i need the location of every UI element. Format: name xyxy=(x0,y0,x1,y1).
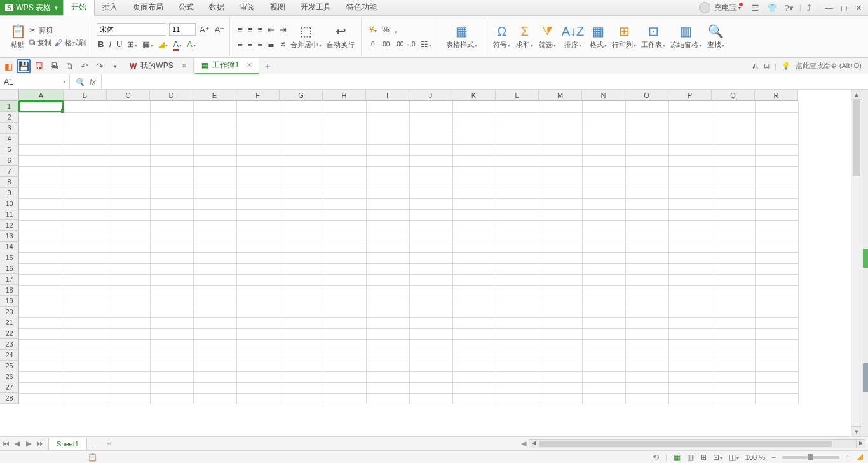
phonetic-button[interactable]: A̤▾ xyxy=(186,38,197,50)
view-reading-icon[interactable]: ⊡▾ xyxy=(713,453,722,462)
row-header-25[interactable]: 25 xyxy=(0,361,19,371)
doctab-add-icon[interactable]: ＋ xyxy=(261,59,275,73)
sheet-tab-sheet1[interactable]: Sheet1 xyxy=(48,438,87,450)
decimal-dec-icon[interactable]: .00→.0 xyxy=(393,39,416,49)
maximize-icon[interactable]: ◻ xyxy=(839,3,850,13)
italic-button[interactable]: I xyxy=(107,38,112,50)
row-header-28[interactable]: 28 xyxy=(0,393,19,404)
worksheet-button[interactable]: ⊡工作表▾ xyxy=(639,22,668,51)
horizontal-scrollbar[interactable]: ◀ ▶ xyxy=(529,439,865,448)
menu-tab-insert[interactable]: 插入 xyxy=(95,0,125,15)
row-header-26[interactable]: 26 xyxy=(0,371,19,382)
find-button[interactable]: 🔍查找▾ xyxy=(704,22,727,51)
sheet-nav-last-icon[interactable]: ⏭ xyxy=(34,439,46,448)
col-header-J[interactable]: J xyxy=(409,90,452,101)
col-header-Q[interactable]: Q xyxy=(712,90,755,101)
row-header-23[interactable]: 23 xyxy=(0,339,19,350)
doctab-close-icon[interactable]: ✕ xyxy=(181,62,187,70)
sheet-nav-prev-icon[interactable]: ◀ xyxy=(11,439,23,448)
vscroll-thumb[interactable] xyxy=(853,100,860,176)
view-pagelayout-icon[interactable]: ▥ xyxy=(687,453,694,462)
row-header-13[interactable]: 13 xyxy=(0,231,19,242)
select-all-corner[interactable] xyxy=(0,90,19,101)
shirt-icon[interactable]: 👕 xyxy=(765,3,779,13)
symbol-button[interactable]: Ω符号▾ xyxy=(491,23,513,51)
zoom-slider[interactable] xyxy=(782,456,839,459)
col-header-I[interactable]: I xyxy=(366,90,409,101)
col-header-E[interactable]: E xyxy=(193,90,236,101)
view-fullscreen-icon[interactable]: ◫▾ xyxy=(729,453,739,462)
row-header-3[interactable]: 3 xyxy=(0,123,19,134)
increase-font-icon[interactable]: A⁺ xyxy=(198,24,211,36)
row-header-15[interactable]: 15 xyxy=(0,252,19,263)
doctab-workbook1[interactable]: ▤ 工作簿1 ✕ xyxy=(195,58,260,74)
toolbar-collapse-icon[interactable]: ⮙ xyxy=(752,62,759,70)
formula-input[interactable] xyxy=(102,74,868,89)
filter-button[interactable]: ⧩筛选▾ xyxy=(536,23,559,51)
copy-button[interactable]: ⧉复制 xyxy=(29,38,51,48)
skin-icon[interactable]: ☲ xyxy=(750,3,761,13)
scroll-up-icon[interactable]: ▲ xyxy=(851,90,862,100)
sheet-nav-next-icon[interactable]: ▶ xyxy=(23,439,34,448)
row-header-18[interactable]: 18 xyxy=(0,285,19,296)
col-header-F[interactable]: F xyxy=(236,90,280,101)
align-bottom-icon[interactable]: ≡ xyxy=(257,24,264,36)
wrap-text-button[interactable]: ↩自动换行 xyxy=(324,22,357,51)
help-icon[interactable]: ?▾ xyxy=(783,3,796,13)
sheet-add-icon[interactable]: ＋ xyxy=(105,439,112,448)
zoom-level[interactable]: 100 % xyxy=(745,453,765,461)
row-header-16[interactable]: 16 xyxy=(0,263,19,274)
row-header-14[interactable]: 14 xyxy=(0,242,19,252)
row-header-10[interactable]: 10 xyxy=(0,198,19,209)
number-format-icon[interactable]: ☷▾ xyxy=(419,38,433,50)
row-header-8[interactable]: 8 xyxy=(0,177,19,188)
cut-button[interactable]: ✂剪切 xyxy=(29,25,86,35)
fx-icon[interactable]: fx xyxy=(90,78,95,86)
sum-button[interactable]: Σ求和▾ xyxy=(513,23,536,51)
qa-print-icon[interactable]: 🖶 xyxy=(47,59,61,73)
qa-saveas-icon[interactable]: 🖫 xyxy=(32,59,46,73)
status-refresh-icon[interactable]: ⟲ xyxy=(653,453,659,462)
format-painter-button[interactable]: 🖌格式刷 xyxy=(54,38,86,48)
view-pagebreak-icon[interactable]: ⊞ xyxy=(700,453,707,462)
align-justify-icon[interactable]: ≣ xyxy=(266,38,276,50)
align-top-icon[interactable]: ≡ xyxy=(236,24,244,36)
side-marker-gray[interactable] xyxy=(863,363,868,392)
col-header-B[interactable]: B xyxy=(64,90,107,101)
menu-tab-special[interactable]: 特色功能 xyxy=(339,0,384,15)
qa-preview-icon[interactable]: 🗎 xyxy=(62,59,76,73)
menu-tab-review[interactable]: 审阅 xyxy=(232,0,262,15)
name-box[interactable]: A1 ▾ xyxy=(0,74,70,89)
row-header-6[interactable]: 6 xyxy=(0,155,19,166)
row-header-21[interactable]: 21 xyxy=(0,317,19,328)
comma-icon[interactable]: , xyxy=(393,24,398,36)
app-badge[interactable]: S WPS 表格 ▾ xyxy=(0,0,63,15)
indent-dec-icon[interactable]: ⇤ xyxy=(266,24,276,36)
cell-style-button[interactable]: ▦▾ xyxy=(141,38,154,50)
row-header-12[interactable]: 12 xyxy=(0,220,19,231)
avatar-icon[interactable] xyxy=(699,2,710,13)
row-header-5[interactable]: 5 xyxy=(0,144,19,155)
col-header-C[interactable]: C xyxy=(107,90,150,101)
qa-save-icon[interactable]: 💾 xyxy=(17,59,31,73)
scroll-down-icon[interactable]: ▼ xyxy=(851,426,862,436)
vertical-scrollbar[interactable]: ▲ ▼ xyxy=(851,90,862,436)
col-header-M[interactable]: M xyxy=(539,90,582,101)
align-left-icon[interactable]: ≡ xyxy=(236,38,244,50)
zoom-out-icon[interactable]: − xyxy=(771,453,776,462)
font-size-input[interactable] xyxy=(169,23,196,36)
close-icon[interactable]: ✕ xyxy=(853,3,864,13)
menu-tab-start[interactable]: 开始 xyxy=(63,0,95,16)
freeze-panes-button[interactable]: ▥冻结窗格▾ xyxy=(668,22,704,51)
fill-color-button[interactable]: ◢▾ xyxy=(157,38,169,50)
col-header-O[interactable]: O xyxy=(625,90,668,101)
sheet-tabs-more-icon[interactable]: ⋯ xyxy=(87,439,105,448)
cells[interactable] xyxy=(19,101,851,436)
minimize-icon[interactable]: — xyxy=(823,3,835,13)
table-style-button[interactable]: ▦表格样式▾ xyxy=(444,22,480,51)
merge-center-button[interactable]: ⬚合并居中▾ xyxy=(288,22,324,51)
view-normal-icon[interactable]: ▦ xyxy=(674,453,681,462)
doctab-close-icon[interactable]: ✕ xyxy=(247,61,252,69)
row-header-11[interactable]: 11 xyxy=(0,209,19,220)
row-header-17[interactable]: 17 xyxy=(0,274,19,285)
